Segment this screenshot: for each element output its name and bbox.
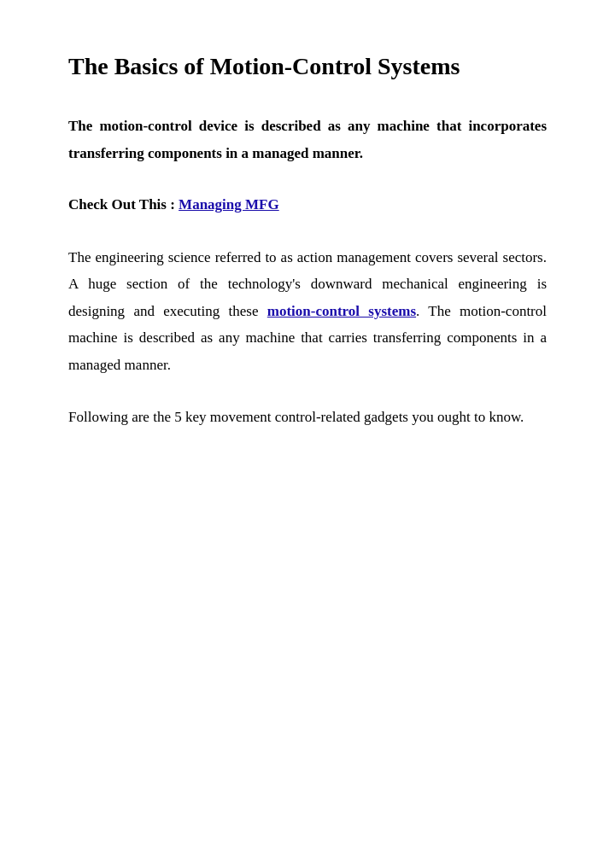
- intro-paragraph: The motion-control device is described a…: [68, 113, 547, 166]
- following-paragraph: Following are the 5 key movement control…: [68, 404, 547, 430]
- body-paragraph-1: The engineering science referred to as a…: [68, 244, 547, 378]
- page-title: The Basics of Motion-Control Systems: [68, 51, 547, 82]
- check-out-section: Check Out This : Managing MFG: [68, 192, 547, 218]
- motion-control-systems-link[interactable]: motion-control systems: [267, 303, 416, 319]
- check-out-label: Check Out This :: [68, 196, 175, 213]
- managing-mfg-link[interactable]: Managing MFG: [179, 196, 279, 213]
